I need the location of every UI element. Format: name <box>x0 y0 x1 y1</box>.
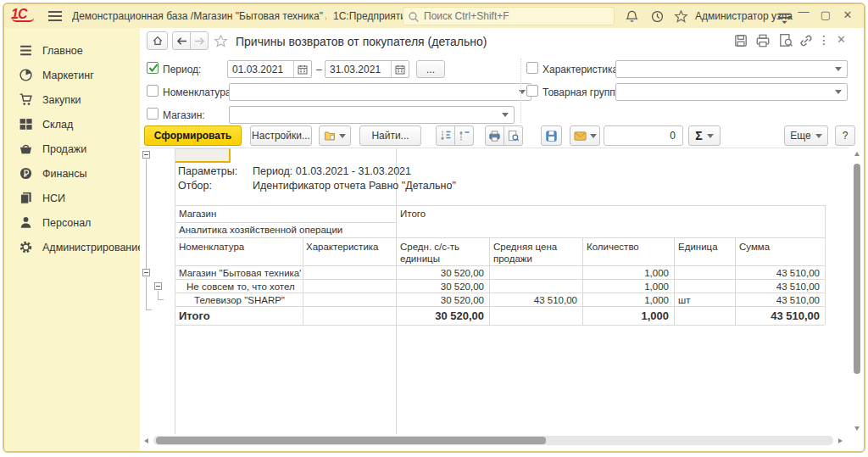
vertical-scrollbar[interactable] <box>853 148 862 434</box>
print-button[interactable] <box>485 125 504 146</box>
help-button[interactable]: ? <box>835 125 855 146</box>
horizontal-scrollbar[interactable] <box>153 436 833 445</box>
app-window: 1С Демонстрационная база /Магазин "Бытов… <box>3 3 865 453</box>
sum-indicator-field[interactable]: 0 <box>604 125 683 146</box>
sidebar-item-administration[interactable]: Администрирование <box>4 235 140 259</box>
total-cell[interactable]: 43 510,00 <box>735 309 825 322</box>
table-cell[interactable]: 43 510,00 <box>735 281 825 292</box>
generate-button[interactable]: Сформировать <box>144 125 242 146</box>
sidebar-item-marketing[interactable]: Маркетинг <box>4 63 140 87</box>
favorite-star-icon[interactable] <box>214 34 228 48</box>
chevron-down-icon[interactable] <box>498 108 513 122</box>
period-to-input[interactable] <box>330 63 387 75</box>
find-button[interactable]: Найти... <box>359 125 421 146</box>
home-button[interactable] <box>147 31 168 50</box>
product-group-combo[interactable] <box>615 83 848 101</box>
table-row-name[interactable]: Магазин "Бытовая техника" <box>179 268 301 278</box>
product-group-checkbox[interactable] <box>526 85 538 97</box>
print-preview-icon[interactable] <box>778 33 793 48</box>
main-menu-icon[interactable] <box>48 11 62 21</box>
settings-button[interactable]: Настройки... <box>250 125 312 146</box>
notifications-bell-icon[interactable] <box>625 9 639 24</box>
gridline <box>175 205 825 206</box>
vertical-scroll-thumb[interactable] <box>854 164 860 374</box>
table-cell[interactable]: 1,000 <box>582 268 674 278</box>
period-from-input[interactable] <box>232 63 290 75</box>
column-header: Единица <box>678 241 718 253</box>
calendar-icon[interactable] <box>293 61 311 77</box>
total-cell[interactable]: 30 520,00 <box>396 309 489 322</box>
ruble-circle-icon <box>19 166 33 181</box>
table-row-name[interactable]: Телевизор "SHARP" <box>194 295 301 305</box>
close-report-icon[interactable]: ✕ <box>837 33 846 46</box>
global-search-box[interactable] <box>403 7 615 25</box>
characteristic-checkbox[interactable] <box>526 62 538 74</box>
nomenclature-checkbox[interactable] <box>147 85 159 97</box>
sidebar-item-nsi[interactable]: НСИ <box>4 186 140 210</box>
autosum-button[interactable]: Σ <box>688 125 721 146</box>
more-actions-button[interactable]: Еще <box>784 125 828 146</box>
horizontal-scroll-thumb[interactable] <box>156 437 546 444</box>
characteristic-label: Характеристика: <box>542 64 621 75</box>
group-collapse-toggle[interactable] <box>142 269 150 276</box>
table-cell[interactable]: 43 510,00 <box>489 295 582 305</box>
scroll-left-icon[interactable] <box>144 438 148 443</box>
minimize-button[interactable]: — <box>797 5 810 18</box>
group-collapse-toggle[interactable] <box>142 151 150 159</box>
store-checkbox[interactable] <box>147 108 159 120</box>
maximize-button[interactable]: ▢ <box>819 8 832 21</box>
table-cell[interactable]: 30 520,00 <box>396 268 489 278</box>
print-icon[interactable] <box>755 33 771 48</box>
scroll-up-icon[interactable] <box>854 152 860 156</box>
table-cell[interactable]: 30 520,00 <box>396 295 489 305</box>
characteristic-combo[interactable] <box>615 60 848 78</box>
report-variants-button[interactable] <box>319 125 351 146</box>
store-combo[interactable] <box>229 106 515 124</box>
preview-button[interactable] <box>504 125 523 146</box>
period-to-field[interactable] <box>325 60 409 78</box>
filter-splitter[interactable] <box>520 59 521 123</box>
active-cell[interactable] <box>175 148 231 163</box>
scroll-right-icon[interactable] <box>838 438 843 443</box>
sidebar-item-sales[interactable]: Продажи <box>4 137 140 161</box>
get-link-icon[interactable] <box>798 33 814 48</box>
save-result-button[interactable] <box>541 125 562 146</box>
calendar-icon[interactable] <box>391 61 409 77</box>
save-icon[interactable] <box>733 33 748 48</box>
expand-groups-button[interactable] <box>436 125 455 146</box>
period-more-button[interactable]: ... <box>416 60 445 78</box>
forward-button[interactable] <box>190 31 209 50</box>
total-cell[interactable]: 1,000 <box>582 309 674 322</box>
history-icon[interactable] <box>650 9 665 24</box>
sidebar-item-finance[interactable]: Финансы <box>4 161 140 186</box>
sidebar-item-purchases[interactable]: Закупки <box>4 87 140 112</box>
gridline <box>175 148 175 434</box>
table-cell[interactable]: 1,000 <box>582 281 674 292</box>
search-input[interactable] <box>424 9 609 23</box>
chevron-down-icon[interactable] <box>831 85 846 99</box>
back-button[interactable] <box>172 31 191 50</box>
tree-line <box>146 309 152 310</box>
table-row-name[interactable]: Не совсем то, что хотел <box>186 281 301 292</box>
table-cell[interactable]: шт <box>678 295 729 305</box>
nomenclature-combo[interactable] <box>229 83 531 101</box>
send-mail-button[interactable] <box>570 125 600 146</box>
table-cell[interactable]: 1,000 <box>582 295 674 305</box>
table-cell[interactable]: 30 520,00 <box>396 281 489 292</box>
service-menu-icon[interactable] <box>777 11 792 25</box>
favorites-star-icon[interactable] <box>674 9 688 24</box>
sidebar-item-personnel[interactable]: Персонал <box>4 210 140 235</box>
close-button[interactable]: ✕ <box>841 8 854 21</box>
total-row-name[interactable]: Итого <box>179 309 210 322</box>
chevron-down-icon[interactable] <box>831 62 846 76</box>
collapse-groups-button[interactable] <box>454 125 474 146</box>
sidebar-item-main[interactable]: Главное <box>4 38 140 63</box>
more-menu-icon[interactable]: ⋮ <box>818 33 830 47</box>
period-from-field[interactable] <box>227 60 312 78</box>
scroll-down-icon[interactable] <box>854 426 860 431</box>
group-collapse-toggle[interactable] <box>154 282 162 290</box>
period-checkbox[interactable] <box>147 62 159 74</box>
table-cell[interactable]: 43 510,00 <box>735 268 825 278</box>
sidebar-item-warehouse[interactable]: Склад <box>4 112 140 137</box>
table-cell[interactable]: 43 510,00 <box>735 295 825 305</box>
